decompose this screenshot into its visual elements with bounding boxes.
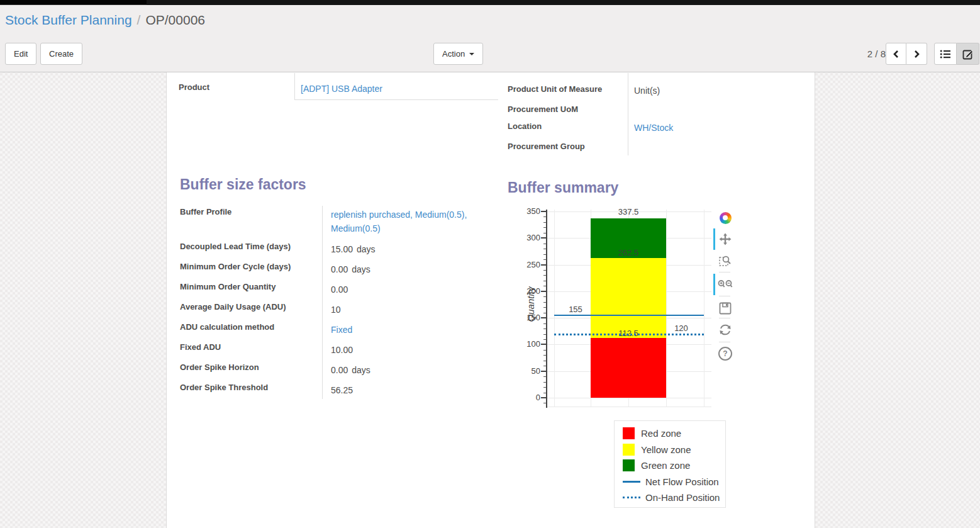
breadcrumb-parent-link[interactable]: Stock Buffer Planning	[5, 13, 132, 27]
legend-label: On-Hand Position	[645, 492, 720, 503]
pager-counter: 2 / 8	[867, 48, 886, 59]
modebar-active-indicator	[713, 274, 715, 295]
legend-label: Red zone	[641, 428, 681, 439]
top-menu-bar	[0, 0, 980, 5]
spike-horizon-unit: days	[352, 365, 370, 375]
caret-down-icon	[469, 53, 474, 55]
action-dropdown-button[interactable]: Action	[433, 43, 483, 65]
create-button[interactable]: Create	[40, 43, 82, 65]
yellow-zone-bar	[591, 258, 666, 338]
breadcrumb: Stock Buffer Planning/OP/00006	[5, 13, 205, 28]
product-field-label: Product	[179, 82, 209, 92]
legend-label: Green zone	[641, 460, 690, 471]
red-zone-bar	[591, 338, 666, 398]
record-pager	[886, 43, 927, 65]
dlt-number: 15.00	[331, 244, 353, 254]
adu-value: 10	[322, 300, 498, 320]
legend-item[interactable]: Net Flow Position	[623, 474, 725, 490]
dotted-line-swatch-icon	[623, 497, 640, 498]
y-axis-line	[546, 210, 547, 408]
list-icon	[940, 49, 951, 59]
zoom-in-out-icons[interactable]	[717, 276, 733, 293]
green-zone-swatch-icon	[623, 459, 635, 471]
legend-item[interactable]: Green zone	[623, 458, 725, 474]
y-axis-tick-label: 150	[515, 313, 540, 322]
plot-bottom-edge	[546, 407, 711, 407]
y-axis-tick	[541, 344, 546, 345]
zoom-box-icon[interactable]	[717, 252, 733, 269]
location-field-label: Location	[508, 121, 542, 131]
modebar-divider	[719, 296, 730, 296]
fixed-adu-value: 10.00	[322, 340, 498, 360]
yellow-zone-swatch-icon	[623, 444, 635, 456]
y-axis-tick-label: 300	[515, 233, 540, 242]
gridline-v	[666, 210, 667, 407]
field-row: Order Spike Threshold 56.25	[180, 380, 498, 400]
y-axis-tick-label: 0	[515, 393, 540, 402]
next-record-button[interactable]	[906, 43, 927, 65]
breadcrumb-current: OP/00006	[145, 13, 205, 27]
y-axis-tick-label: 100	[515, 339, 540, 349]
action-label: Action	[442, 49, 465, 59]
modebar-divider	[719, 342, 730, 342]
group-separator-line	[294, 73, 295, 100]
legend-item[interactable]: Red zone	[623, 425, 725, 442]
chevron-left-icon	[891, 49, 901, 59]
list-view-button[interactable]	[934, 43, 957, 65]
on-hand-position-line	[554, 334, 704, 335]
factors-group: Buffer Profile replenish purchased, Medi…	[180, 205, 498, 400]
previous-record-button[interactable]	[886, 43, 906, 65]
y-axis-tick	[541, 371, 546, 372]
summary-section-title: Buffer summary	[508, 179, 618, 196]
red-zone-swatch-icon	[623, 427, 635, 439]
gridline-v	[554, 210, 555, 407]
procurement-uom-field-label: Procurement UoM	[508, 104, 578, 114]
buffer-summary-chart: Quantity 050100150200250300350337.5262.5…	[506, 205, 745, 422]
edit-form-icon	[962, 48, 974, 60]
buffer-profile-label: Buffer Profile	[180, 205, 322, 239]
moq-value: 0.00	[322, 279, 498, 300]
spike-threshold-value: 56.25	[322, 380, 498, 400]
dlt-label: Decoupled Lead Time (days)	[180, 239, 322, 259]
dlt-value: 15.00days	[322, 239, 498, 259]
moc-number: 0.00	[331, 264, 348, 274]
help-icon[interactable]: ?	[717, 345, 733, 362]
net-flow-position-line	[554, 315, 704, 316]
top-menu-segment	[0, 0, 147, 5]
field-row: Average Daily Usage (ADU) 10	[180, 300, 498, 320]
autoscale-refresh-icon[interactable]	[717, 322, 733, 338]
legend-label: Yellow zone	[641, 444, 691, 455]
field-row: Buffer Profile replenish purchased, Medi…	[180, 205, 498, 239]
group-separator-line	[628, 73, 628, 155]
location-field-value-link[interactable]: WH/Stock	[634, 123, 673, 133]
gridline-v	[704, 210, 704, 407]
uom-field-value: Unit(s)	[634, 86, 660, 96]
fixed-adu-label: Fixed ADU	[180, 340, 322, 360]
chevron-right-icon	[911, 49, 922, 59]
form-view-button[interactable]	[957, 43, 979, 65]
annotation-top-of-green: 337.5	[610, 207, 647, 216]
view-switcher	[934, 43, 979, 65]
pan-icon[interactable]	[717, 231, 733, 247]
product-field-value-link[interactable]: [ADPT] USB Adapter	[301, 84, 382, 94]
buffer-profile-value-link[interactable]: replenish purchased, Medium(0.5), Medium…	[322, 205, 498, 239]
moc-value: 0.00days	[322, 259, 498, 279]
y-axis-tick-label: 50	[515, 366, 540, 376]
moc-unit: days	[352, 264, 370, 274]
field-row: Fixed ADU 10.00	[180, 340, 498, 360]
breadcrumb-separator: /	[137, 13, 141, 27]
edit-button[interactable]: Edit	[5, 43, 36, 65]
save-icon[interactable]	[717, 300, 733, 317]
plotly-logo-icon[interactable]	[717, 210, 733, 226]
y-axis-tick	[541, 264, 546, 266]
legend-item[interactable]: On-Hand Position	[623, 490, 725, 506]
y-axis-tick-label: 350	[515, 206, 540, 216]
spike-horizon-number: 0.00	[331, 365, 348, 375]
legend-item[interactable]: Yellow zone	[623, 442, 725, 458]
y-axis-tick-label: 250	[515, 260, 540, 269]
annotation-top-of-yellow: 262.5	[610, 248, 647, 257]
adu-method-value-link[interactable]: Fixed	[322, 320, 498, 340]
y-axis-tick	[541, 317, 546, 318]
moc-label: Minimum Order Cycle (days)	[180, 259, 322, 279]
field-row: Order Spike Horizon 0.00days	[180, 360, 498, 380]
